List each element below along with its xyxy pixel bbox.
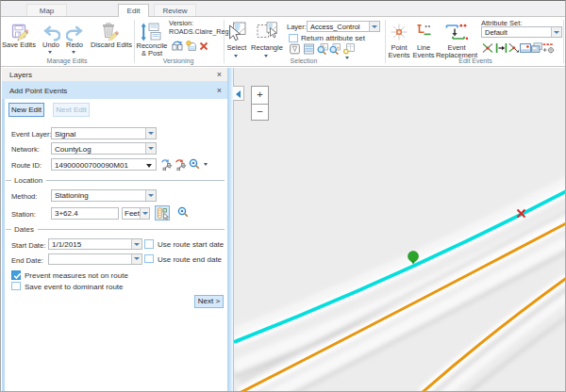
start-date-combo[interactable]: 1/1/2015 [48,238,142,250]
select-route-icon[interactable] [160,158,173,171]
event-layer-value: Signal [52,128,145,139]
zoom-in-button[interactable]: + [252,87,268,104]
new-edit-button[interactable]: New Edit [8,103,44,117]
split-event-icon[interactable] [482,42,493,54]
layer-combo-value: Access_Control [308,22,369,31]
tab-edit[interactable]: Edit [118,4,149,17]
merge-event-icon[interactable] [508,42,520,54]
copy-events-icon[interactable] [531,42,542,54]
delete-version-icon[interactable] [199,41,208,51]
method-value: Stationing [52,190,145,201]
zoom-to-route-caret[interactable] [204,163,208,166]
chevron-down-icon [148,194,154,197]
group-separator [563,20,564,63]
add-point-events-header[interactable]: Add Point Events × [2,82,227,99]
use-route-end-date-checkbox[interactable] [144,254,154,264]
save-dominant-checkbox[interactable] [11,282,21,291]
new-version-icon[interactable] [186,41,197,51]
event-replacement-button-line2[interactable]: Replacement [434,52,479,59]
redo-dropdown-caret[interactable] [72,51,75,54]
next-edit-button[interactable]: Next Edit [53,103,90,117]
collapse-panel-button[interactable] [233,86,244,101]
layers-close-icon[interactable]: × [217,71,222,79]
chevron-down-icon [142,212,148,215]
collapse-left-icon [236,90,241,98]
event-layer-combo-arrow[interactable] [145,128,156,139]
select-route-alt-icon[interactable] [175,158,187,171]
network-combo[interactable]: CountyLog [51,142,157,155]
location-section: Location [6,176,225,185]
move-event-icon[interactable] [495,42,508,54]
chevron-down-icon [372,25,377,28]
undo-dropdown-caret[interactable] [48,51,52,54]
start-date-value: 1/1/2015 [49,239,131,249]
route-id-combo-arrow[interactable] [144,159,156,170]
station-zoom-icon[interactable] [177,206,190,219]
use-route-start-date-label: Use route start date [158,240,224,249]
layer-combo[interactable]: Access_Control [307,21,380,32]
station-units-combo-arrow[interactable] [140,208,149,219]
return-attribute-set-checkbox[interactable] [289,34,298,43]
pan-to-selection-icon[interactable] [329,43,341,55]
event-replacement-label: Event Replacement [434,44,479,58]
version-name: ROADS.Claire_Reg [169,27,229,36]
route-id-combo[interactable]: 14900000700090M01 [51,158,157,171]
start-date-combo-arrow[interactable] [131,239,142,249]
station-input[interactable]: 3+62.4 [51,207,119,220]
route-id-label: Route ID: [11,161,42,170]
save-edits-button[interactable]: Save Edits [1,41,37,49]
station-label: Station: [11,210,36,219]
event-layer-combo[interactable]: Signal [51,127,157,139]
network-value: CountyLog [52,143,145,154]
network-combo-arrow[interactable] [145,143,156,154]
app-window: Map Edit Review Manage Edits Save Edits [0,0,566,392]
station-picker-button[interactable] [155,205,170,220]
method-combo[interactable]: Stationing [51,189,157,202]
clear-selection-icon[interactable] [343,43,355,55]
zoom-to-route-icon[interactable] [189,158,201,171]
tab-map[interactable]: Map [26,4,67,16]
chevron-down-icon [148,147,154,150]
change-version-icon[interactable] [172,41,183,51]
select-features-icon[interactable] [290,43,300,55]
map-view[interactable] [233,68,566,392]
check-icon [13,272,22,280]
station-units-combo[interactable]: Feet [122,207,150,220]
line-events-icon [415,24,432,41]
end-date-combo[interactable] [48,253,142,265]
next-button[interactable]: Next > [194,295,224,308]
dates-section: Dates [6,225,225,234]
zoom-to-selection-icon[interactable] [317,43,328,55]
add-point-events-close-icon[interactable]: × [217,87,222,95]
zoom-out-button[interactable]: − [252,104,268,121]
route-id-value: 14900000700090M01 [52,159,144,170]
reconcile-post-button-line2[interactable]: & Post [131,50,173,57]
discard-edits-button[interactable]: Discard Edits [89,41,134,49]
end-date-value [49,254,131,264]
method-label: Method: [11,192,37,201]
select-dropdown-caret[interactable] [234,55,238,57]
end-date-combo-arrow[interactable] [131,254,142,264]
selection-tools-caret[interactable] [345,57,349,59]
station-units-value: Feet [123,208,140,219]
return-attribute-set-label: Return attribute set [301,34,365,42]
group-label-manage-edits: Manage Edits [20,57,114,64]
rectangle-button[interactable]: Rectangle [247,44,287,52]
attribute-set-combo-arrow[interactable] [551,27,561,37]
tab-review[interactable]: Review [154,4,196,16]
event-options-icon[interactable] [542,42,555,54]
event-attributes-icon[interactable] [520,42,531,54]
layer-combo-arrow[interactable] [369,22,379,31]
attribute-set-combo[interactable]: Default [481,26,562,38]
redo-button[interactable]: Redo [57,41,92,49]
attribute-table-icon[interactable] [304,43,314,55]
ribbon-tab-bar: Map Edit Review [1,1,565,17]
location-section-label: Location [14,176,42,185]
layers-pane-header[interactable]: Layers × [2,68,227,82]
left-dock-panel: Layers × Add Point Events × New Edit Nex… [2,68,227,392]
use-route-start-date-checkbox[interactable] [144,239,154,249]
prevent-measures-checkbox[interactable] [11,270,21,280]
rectangle-dropdown-caret[interactable] [264,55,268,57]
dates-section-label: Dates [14,225,34,234]
method-combo-arrow[interactable] [145,190,156,201]
